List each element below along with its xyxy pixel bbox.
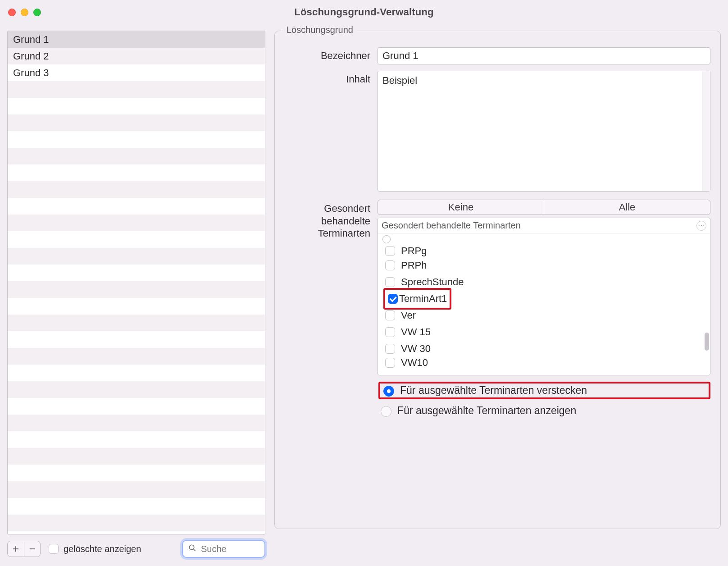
terminart-item[interactable]: PRPh xyxy=(378,257,710,274)
terminart-checkbox[interactable] xyxy=(385,260,395,270)
reason-list-item-empty xyxy=(8,415,265,431)
radio-show-label: Für ausgewählte Terminarten anzeigen xyxy=(397,405,576,417)
reason-list-item-empty xyxy=(8,114,265,131)
add-button[interactable]: + xyxy=(8,541,24,557)
search-input[interactable] xyxy=(200,543,254,555)
terminarten-listbox[interactable]: Gesondert behandelte Terminarten ⋯ PRPgP… xyxy=(378,218,710,375)
reason-fieldset: Löschungsgrund Bezeichner Inhalt Beispie… xyxy=(274,31,721,529)
window-title: Löschungsgrund-Verwaltung xyxy=(0,6,728,18)
more-options-icon[interactable]: ⋯ xyxy=(696,221,706,231)
terminart-item[interactable]: Ver xyxy=(378,307,710,324)
reason-list-item[interactable]: Grund 2 xyxy=(8,48,265,64)
terminart-label: TerminArt1 xyxy=(399,293,447,305)
terminart-label: VW10 xyxy=(401,357,428,369)
terminart-label: VW 30 xyxy=(401,343,431,355)
terminarten-area: Keine Alle Gesondert behandelte Terminar… xyxy=(378,200,710,417)
terminart-item[interactable]: VW 30 xyxy=(378,340,710,357)
radio-show[interactable]: Für ausgewählte Terminarten anzeigen xyxy=(378,405,710,417)
reason-list-item-empty xyxy=(8,131,265,148)
highlight-hide-option: Für ausgewählte Terminarten verstecken xyxy=(378,382,710,399)
reason-list-item-empty xyxy=(8,365,265,381)
content: Grund 1Grund 2Grund 3 + − gelöschte anze… xyxy=(0,24,728,566)
reason-list-item-empty xyxy=(8,298,265,315)
terminart-checkbox[interactable] xyxy=(385,358,395,368)
fieldset-legend: Löschungsgrund xyxy=(283,25,357,35)
left-pane: Grund 1Grund 2Grund 3 + − gelöschte anze… xyxy=(7,31,265,559)
input-bezeichner[interactable] xyxy=(378,47,710,64)
radio-hide-input[interactable] xyxy=(383,386,394,397)
reason-list-item[interactable]: Grund 1 xyxy=(8,31,265,48)
svg-point-0 xyxy=(189,545,194,550)
reason-list-item-empty xyxy=(8,315,265,331)
label-bezeichner: Bezeichner xyxy=(285,47,370,62)
terminart-item[interactable]: TerminArt1 xyxy=(378,290,710,307)
terminart-checkbox[interactable] xyxy=(385,344,395,354)
show-deleted-toggle[interactable]: gelöschte anzeigen xyxy=(47,543,141,555)
reason-list-item-empty xyxy=(8,81,265,98)
remove-button[interactable]: − xyxy=(24,541,40,557)
radio-hide[interactable]: Für ausgewählte Terminarten verstecken xyxy=(381,384,587,397)
terminart-checkbox[interactable] xyxy=(385,310,395,320)
reason-list-item-empty xyxy=(8,431,265,448)
reason-list-item-empty xyxy=(8,331,265,348)
search-icon xyxy=(188,544,196,554)
reason-list-item-empty xyxy=(8,248,265,265)
terminart-label: PRPg xyxy=(401,245,427,257)
reason-list-item-empty xyxy=(8,164,265,181)
search-field[interactable] xyxy=(182,540,265,558)
reason-list-item-empty xyxy=(8,448,265,465)
mini-radio-icon[interactable] xyxy=(382,235,391,243)
visibility-radio-group: Für ausgewählte Terminarten verstecken F… xyxy=(378,382,710,417)
terminarten-scrollbar[interactable] xyxy=(705,236,709,353)
show-deleted-label: gelöschte anzeigen xyxy=(64,544,141,554)
add-remove-group: + − xyxy=(7,541,41,557)
seg-none-button[interactable]: Keine xyxy=(378,200,544,215)
scrollbar-thumb[interactable] xyxy=(705,333,709,351)
reason-list-item-empty xyxy=(8,465,265,481)
titlebar: Löschungsgrund-Verwaltung xyxy=(0,0,728,24)
minimize-window-button[interactable] xyxy=(21,9,28,16)
terminart-checkbox[interactable] xyxy=(385,246,395,256)
reason-list-item-empty xyxy=(8,281,265,298)
reason-list-item-empty xyxy=(8,265,265,281)
reason-list-item-empty xyxy=(8,498,265,515)
radio-show-input[interactable] xyxy=(381,406,391,417)
radio-hide-label: Für ausgewählte Terminarten verstecken xyxy=(400,384,587,397)
reason-list-item-empty xyxy=(8,515,265,531)
terminart-item[interactable]: VW 15 xyxy=(378,324,710,340)
close-window-button[interactable] xyxy=(8,9,16,16)
reason-list-item-empty xyxy=(8,348,265,365)
row-inhalt: Inhalt Beispiel xyxy=(285,71,710,192)
right-pane: Löschungsgrund Bezeichner Inhalt Beispie… xyxy=(274,31,721,559)
reason-list-item-empty xyxy=(8,148,265,164)
terminart-checkbox[interactable] xyxy=(385,277,395,287)
seg-all-button[interactable]: Alle xyxy=(544,200,710,215)
terminart-label: SprechStunde xyxy=(401,276,464,288)
terminart-label: PRPh xyxy=(401,260,427,271)
reason-list-item[interactable]: Grund 3 xyxy=(8,64,265,81)
label-inhalt: Inhalt xyxy=(285,71,370,85)
svg-line-1 xyxy=(194,549,196,551)
highlight-terminart: TerminArt1 xyxy=(383,288,451,310)
reason-list-item-empty xyxy=(8,181,265,198)
textarea-scrollbar[interactable] xyxy=(702,71,710,191)
terminarten-segmented: Keine Alle xyxy=(378,200,710,215)
zoom-window-button[interactable] xyxy=(33,9,41,16)
reason-list-item-empty xyxy=(8,481,265,498)
terminart-checkbox[interactable] xyxy=(385,327,395,337)
terminart-label: VW 15 xyxy=(401,326,431,338)
reason-list-item-empty xyxy=(8,98,265,114)
terminart-checkbox[interactable] xyxy=(388,294,398,304)
input-inhalt[interactable]: Beispiel xyxy=(378,71,710,192)
terminarten-subheader xyxy=(378,233,710,245)
row-terminarten: Gesondert behandelte Terminarten Keine A… xyxy=(285,200,710,417)
terminart-item[interactable]: VW10 xyxy=(378,357,710,369)
reason-list-item-empty xyxy=(8,215,265,231)
reason-list-item-empty xyxy=(8,381,265,398)
left-footer: + − gelöschte anzeigen xyxy=(7,539,265,559)
reason-list-item-empty xyxy=(8,531,265,534)
show-deleted-checkbox[interactable] xyxy=(49,544,59,554)
terminart-item[interactable]: PRPg xyxy=(378,245,710,257)
label-terminarten: Gesondert behandelte Terminarten xyxy=(285,200,370,240)
reason-list[interactable]: Grund 1Grund 2Grund 3 xyxy=(7,31,265,534)
